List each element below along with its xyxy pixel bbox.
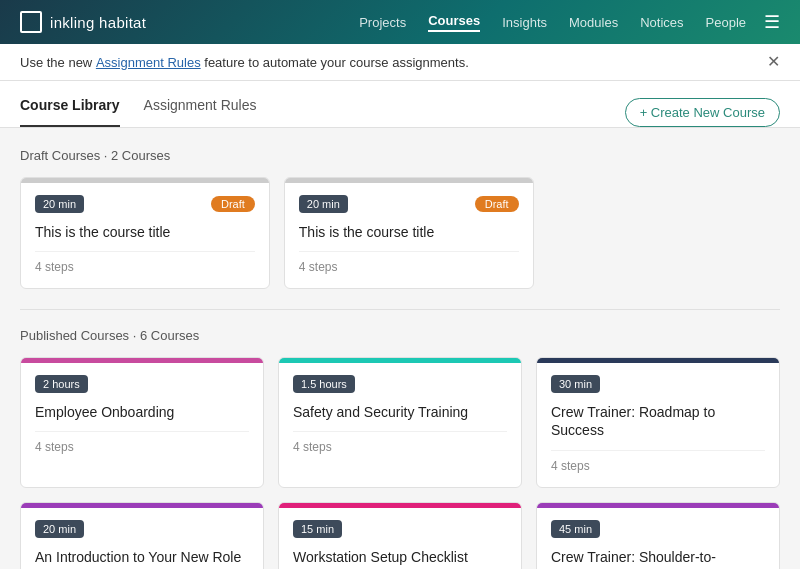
card-duration: 30 min [551,375,600,393]
logo-text: inkling habitat [50,14,146,31]
tab-course-library[interactable]: Course Library [20,97,120,127]
section-0: Draft Courses · 2 Courses20 minDraftThis… [20,148,780,310]
card-steps: 4 steps [299,251,519,274]
nav-link-courses[interactable]: Courses [428,13,480,32]
card-duration: 20 min [299,195,348,213]
logo-box [20,11,42,33]
course-card[interactable]: 2 hoursEmployee Onboarding4 steps [20,357,264,487]
card-duration: 2 hours [35,375,88,393]
card-title: This is the course title [299,223,519,241]
card-title: Crew Trainer: Roadmap to Success [551,403,765,439]
create-new-course-button[interactable]: + Create New Course [625,98,780,127]
nav-link-notices[interactable]: Notices [640,15,683,30]
main-nav: inkling habitat ProjectsCoursesInsightsM… [0,0,800,44]
card-steps: 4 steps [35,431,249,454]
course-card[interactable]: 1.5 hoursSafety and Security Training4 s… [278,357,522,487]
card-title: Crew Trainer: Shoulder-to-Shoulder Train… [551,548,765,569]
section-1: Published Courses · 6 Courses2 hoursEmpl… [20,328,780,569]
card-steps: 4 steps [293,431,507,454]
card-duration: 20 min [35,520,84,538]
cards-grid-1: 2 hoursEmployee Onboarding4 steps1.5 hou… [20,357,780,569]
tab-assignment-rules[interactable]: Assignment Rules [144,97,257,127]
close-icon[interactable]: ✕ [767,54,780,70]
section-title-1: Published Courses · 6 Courses [20,328,780,343]
card-title: Employee Onboarding [35,403,249,421]
logo: inkling habitat [20,11,146,33]
draft-badge: Draft [475,196,519,212]
assignment-rules-link[interactable]: Assignment Rules [96,55,201,70]
hamburger-icon[interactable]: ☰ [764,11,780,33]
nav-link-people[interactable]: People [706,15,746,30]
course-card[interactable]: 45 minCrew Trainer: Shoulder-to-Shoulder… [536,502,780,569]
banner-text: Use the new Assignment Rules feature to … [20,55,469,70]
card-steps: 4 steps [551,450,765,473]
nav-link-projects[interactable]: Projects [359,15,406,30]
course-card[interactable]: 20 minDraftThis is the course title4 ste… [20,177,270,289]
course-card[interactable]: 15 minWorkstation Setup Checklist4 steps [278,502,522,569]
tabs-row: Course Library Assignment Rules + Create… [0,81,800,128]
card-title: An Introduction to Your New Role [35,548,249,566]
section-divider [20,309,780,310]
nav-links: ProjectsCoursesInsightsModulesNoticesPeo… [359,13,746,32]
course-card[interactable]: 20 minDraftThis is the course title4 ste… [284,177,534,289]
course-card[interactable]: 30 minCrew Trainer: Roadmap to Success4 … [536,357,780,487]
card-duration: 20 min [35,195,84,213]
content-area: Draft Courses · 2 Courses20 minDraftThis… [0,128,800,569]
cards-grid-0: 20 minDraftThis is the course title4 ste… [20,177,534,289]
announcement-banner: Use the new Assignment Rules feature to … [0,44,800,81]
course-card[interactable]: 20 minAn Introduction to Your New Role4 … [20,502,264,569]
card-title: Safety and Security Training [293,403,507,421]
card-duration: 15 min [293,520,342,538]
card-title: This is the course title [35,223,255,241]
card-steps: 4 steps [35,251,255,274]
section-title-0: Draft Courses · 2 Courses [20,148,780,163]
card-duration: 45 min [551,520,600,538]
card-duration: 1.5 hours [293,375,355,393]
nav-link-insights[interactable]: Insights [502,15,547,30]
draft-badge: Draft [211,196,255,212]
nav-link-modules[interactable]: Modules [569,15,618,30]
card-title: Workstation Setup Checklist [293,548,507,566]
